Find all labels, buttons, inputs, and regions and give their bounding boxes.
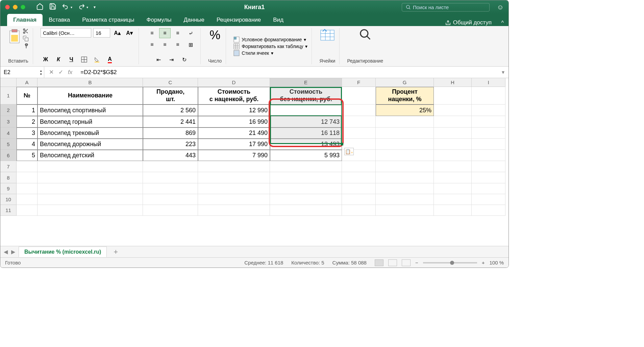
cell-F9[interactable] <box>342 183 376 194</box>
cell-I3[interactable] <box>472 116 505 128</box>
fx-icon[interactable]: fx <box>68 69 72 76</box>
sheet-nav-next-icon[interactable]: ▶ <box>11 249 15 255</box>
underline-button[interactable]: Ч <box>66 55 76 64</box>
tab-review[interactable]: Рецензирование <box>210 14 267 26</box>
qat-customize-icon[interactable]: ▾ <box>94 5 96 9</box>
col-header-H[interactable]: H <box>434 78 472 87</box>
save-icon[interactable] <box>49 3 56 11</box>
fill-handle[interactable] <box>341 143 343 145</box>
tab-formulas[interactable]: Формулы <box>141 14 178 26</box>
cell-A8[interactable] <box>17 172 38 183</box>
maximize-icon[interactable] <box>21 5 25 9</box>
decrease-font-icon[interactable]: A▾ <box>124 28 134 38</box>
cell-C7[interactable] <box>143 161 198 172</box>
cell-F2[interactable] <box>342 105 376 116</box>
cell-C10[interactable] <box>143 194 198 205</box>
cell-E8[interactable] <box>270 172 342 183</box>
cell-I10[interactable] <box>472 194 505 205</box>
cell-B9[interactable] <box>38 183 143 194</box>
add-sheet-icon[interactable]: + <box>110 248 121 256</box>
cell-H3[interactable] <box>434 116 472 128</box>
cell-A2[interactable]: 1 <box>17 105 38 116</box>
percent-icon[interactable]: % <box>209 28 220 42</box>
cell-styles-button[interactable]: Стили ячеек ▾ <box>233 50 307 56</box>
name-box-stepper[interactable]: ▴▾ <box>40 69 42 76</box>
cell-A9[interactable] <box>17 183 38 194</box>
close-icon[interactable] <box>5 5 10 9</box>
increase-font-icon[interactable]: A▴ <box>112 28 122 38</box>
cell-G6[interactable] <box>376 150 434 161</box>
cell-G8[interactable] <box>376 172 434 183</box>
cells-icon[interactable] <box>320 28 335 42</box>
autosave-icon[interactable] <box>36 3 44 11</box>
cell-I7[interactable] <box>472 161 505 172</box>
align-middle-icon[interactable]: ≡ <box>159 28 171 38</box>
row-header-2[interactable]: 2 <box>0 105 17 116</box>
cell-H11[interactable] <box>434 205 472 216</box>
row-header-1[interactable]: 1 <box>0 87 17 105</box>
cell-G7[interactable] <box>376 161 434 172</box>
zoom-out-icon[interactable]: − <box>415 260 418 265</box>
minimize-icon[interactable] <box>13 5 18 9</box>
align-center-icon[interactable]: ≡ <box>159 40 171 50</box>
cell-A10[interactable] <box>17 194 38 205</box>
cell-H2[interactable] <box>434 105 472 116</box>
cell-E1[interactable]: Стоимостьбез наценки, руб. <box>270 87 342 105</box>
italic-button[interactable]: К <box>53 55 64 64</box>
align-top-icon[interactable]: ≡ <box>146 28 158 38</box>
cell-H5[interactable] <box>434 139 472 150</box>
col-header-I[interactable]: I <box>472 78 505 87</box>
cell-E9[interactable] <box>270 183 342 194</box>
cell-E2[interactable]: 9 743 <box>270 105 342 116</box>
paste-options-icon[interactable]: 📋₊ <box>344 148 354 155</box>
share-button[interactable]: Общий доступ <box>445 19 492 26</box>
orientation-icon[interactable]: ↻ <box>178 55 190 64</box>
formula-input[interactable]: =D2-D2*$G$2 <box>77 69 498 76</box>
row-header-7[interactable]: 7 <box>0 161 17 172</box>
cell-B7[interactable] <box>38 161 143 172</box>
borders-icon[interactable] <box>79 55 89 64</box>
cell-G9[interactable] <box>376 183 434 194</box>
tab-insert[interactable]: Вставка <box>43 14 76 26</box>
cell-D2[interactable]: 12 990 <box>198 105 270 116</box>
cell-G4[interactable] <box>376 128 434 139</box>
tab-home[interactable]: Главная <box>7 14 43 26</box>
col-header-D[interactable]: D <box>198 78 270 87</box>
view-page-break-icon[interactable] <box>402 259 411 266</box>
undo-dropdown-icon[interactable]: ▾ <box>71 5 72 9</box>
cell-D6[interactable]: 7 990 <box>198 150 270 161</box>
cell-H7[interactable] <box>434 161 472 172</box>
cell-C11[interactable] <box>143 205 198 216</box>
cell-A3[interactable]: 2 <box>17 116 38 128</box>
redo-dropdown-icon[interactable]: ▾ <box>86 5 88 9</box>
align-left-icon[interactable]: ≡ <box>146 40 158 50</box>
cell-C2[interactable]: 2 560 <box>143 105 198 116</box>
cell-G11[interactable] <box>376 205 434 216</box>
cell-C8[interactable] <box>143 172 198 183</box>
redo-icon[interactable] <box>78 3 85 11</box>
col-header-E[interactable]: E <box>270 78 342 87</box>
row-header-5[interactable]: 5 <box>0 139 17 150</box>
font-name-input[interactable] <box>41 28 91 38</box>
decrease-indent-icon[interactable]: ⇤ <box>153 55 164 64</box>
row-header-4[interactable]: 4 <box>0 128 17 139</box>
merge-icon[interactable]: ⊞ <box>185 40 196 50</box>
col-header-C[interactable]: C <box>143 78 198 87</box>
row-header-9[interactable]: 9 <box>0 183 17 194</box>
cut-icon[interactable] <box>23 28 29 34</box>
cell-F1[interactable] <box>342 87 376 105</box>
tab-data[interactable]: Данные <box>178 14 210 26</box>
cell-D8[interactable] <box>198 172 270 183</box>
cell-D10[interactable] <box>198 194 270 205</box>
cell-F11[interactable] <box>342 205 376 216</box>
cell-H8[interactable] <box>434 172 472 183</box>
sheet-nav-prev-icon[interactable]: ◀ <box>4 249 8 255</box>
cell-F8[interactable] <box>342 172 376 183</box>
cell-E5[interactable]: 13 493 <box>270 139 342 150</box>
cell-C3[interactable]: 2 441 <box>143 116 198 128</box>
cell-B11[interactable] <box>38 205 143 216</box>
cell-C6[interactable]: 443 <box>143 150 198 161</box>
col-header-F[interactable]: F <box>342 78 376 87</box>
cell-E7[interactable] <box>270 161 342 172</box>
expand-formula-icon[interactable]: ▾ <box>498 69 509 75</box>
